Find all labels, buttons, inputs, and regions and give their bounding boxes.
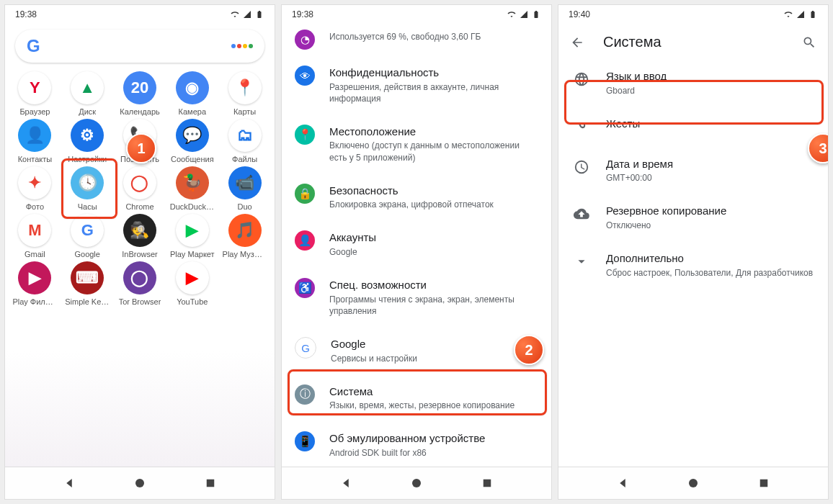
app-label: Позвонить bbox=[120, 155, 159, 163]
backup-icon bbox=[571, 204, 592, 224]
app-google[interactable]: GGoogle bbox=[62, 214, 113, 258]
system-row[interactable]: Дата и времяGMT+00:00 bbox=[558, 147, 828, 194]
settings-row[interactable]: 👁КонфиденциальностьРазрешения, действия … bbox=[282, 55, 551, 114]
app-контакты[interactable]: 👤Контакты bbox=[9, 119, 61, 163]
app-inbrowser[interactable]: 🕵InBrowser bbox=[115, 214, 166, 258]
android-navbar bbox=[5, 467, 275, 499]
app-сообщения[interactable]: 💬Сообщения bbox=[166, 119, 218, 163]
row-title: Аккаунты bbox=[329, 230, 537, 245]
app-icon: 🦆 bbox=[176, 166, 209, 199]
app-файлы[interactable]: 🗂Файлы bbox=[219, 119, 270, 163]
row-title: Спец. возможности bbox=[329, 278, 537, 292]
search-bar[interactable]: G bbox=[15, 30, 264, 63]
app-карты[interactable]: 📍Карты bbox=[219, 71, 270, 116]
app-play маркет[interactable]: ▶Play Маркет bbox=[166, 214, 218, 258]
row-title: Резервное копирование bbox=[606, 204, 814, 218]
android-navbar bbox=[558, 467, 828, 499]
settings-row[interactable]: 📱Об эмулированном устройствеAndroid SDK … bbox=[282, 421, 551, 469]
nav-back-icon[interactable] bbox=[339, 477, 352, 490]
nav-back-icon[interactable] bbox=[63, 477, 76, 490]
row-icon: G bbox=[295, 337, 316, 359]
app-play фильмы[interactable]: ▶Play Фильмы bbox=[9, 261, 61, 306]
app-фото[interactable]: ✦Фото bbox=[9, 166, 61, 211]
row-title: Конфиденциальность bbox=[329, 66, 537, 80]
wifi-icon bbox=[230, 10, 240, 19]
nav-home-icon[interactable] bbox=[687, 477, 700, 490]
system-row[interactable]: ДополнительноСброс настроек, Пользовател… bbox=[558, 241, 828, 289]
google-logo: G bbox=[27, 36, 40, 56]
app-duckduckgo[interactable]: 🦆DuckDuckGo bbox=[166, 166, 218, 211]
app-label: Камера bbox=[179, 107, 206, 116]
assistant-icon[interactable] bbox=[231, 44, 253, 48]
row-subtitle: Языки, время, жесты, резервное копирован… bbox=[329, 400, 537, 411]
app-позвонить[interactable]: 📞Позвонить bbox=[115, 119, 166, 163]
row-subtitle: Сброс настроек, Пользователи, Для разраб… bbox=[606, 267, 814, 279]
app-youtube[interactable]: ▶YouTube bbox=[166, 261, 218, 306]
app-label: Simple Keyboard bbox=[65, 297, 110, 306]
svg-rect-5 bbox=[760, 480, 768, 487]
row-subtitle: Сервисы и настройки bbox=[331, 353, 537, 364]
row-icon: ♿ bbox=[295, 278, 315, 298]
app-label: Фото bbox=[26, 202, 44, 211]
app-duo[interactable]: 📹Duo bbox=[219, 166, 270, 211]
row-subtitle: Блокировка экрана, цифровой отпечаток bbox=[329, 199, 537, 210]
nav-back-icon[interactable] bbox=[616, 477, 629, 490]
settings-row[interactable]: ⓘСистемаЯзыки, время, жесты, резервное к… bbox=[282, 374, 551, 422]
system-row[interactable]: Жесты bbox=[558, 107, 828, 147]
back-icon[interactable] bbox=[570, 35, 584, 50]
svg-point-4 bbox=[689, 479, 698, 487]
status-time: 19:40 bbox=[569, 9, 590, 19]
app-label: Gmail bbox=[24, 250, 45, 258]
app-simple keyboard[interactable]: ⌨Simple Keyboard bbox=[62, 261, 113, 306]
nav-home-icon[interactable] bbox=[410, 477, 423, 490]
signal-icon bbox=[796, 10, 806, 19]
settings-row[interactable]: ♿Спец. возможностиПрограммы чтения с экр… bbox=[282, 268, 551, 327]
settings-row[interactable]: 👤АккаунтыGoogle bbox=[282, 220, 551, 268]
system-row[interactable]: Резервное копированиеОтключено bbox=[558, 194, 828, 241]
row-title: Язык и ввод bbox=[606, 69, 814, 84]
app-icon: ◯ bbox=[123, 261, 156, 294]
app-label: Play Музыка bbox=[223, 250, 267, 258]
system-row[interactable]: Язык и вводGboard bbox=[558, 59, 828, 107]
app-label: Часы bbox=[78, 202, 97, 211]
row-title: Безопасность bbox=[329, 184, 537, 198]
app-play музыка[interactable]: 🎵Play Музыка bbox=[219, 214, 270, 258]
gesture-icon bbox=[571, 117, 592, 137]
app-icon: 🎵 bbox=[228, 214, 262, 247]
app-камера[interactable]: ◉Камера bbox=[166, 71, 218, 116]
app-gmail[interactable]: MGmail bbox=[9, 214, 61, 258]
app-label: Сообщения bbox=[171, 155, 214, 163]
app-icon: M bbox=[18, 214, 51, 247]
settings-row[interactable]: 🔒БезопасностьБлокировка экрана, цифровой… bbox=[282, 174, 551, 221]
nav-recent-icon[interactable] bbox=[757, 477, 770, 490]
app-календарь[interactable]: 20Календарь bbox=[115, 71, 166, 116]
settings-row[interactable]: 📍МестоположениеВключено (доступ к данным… bbox=[282, 114, 551, 174]
app-icon: ▲ bbox=[71, 71, 104, 104]
app-tor browser[interactable]: ◯Tor Browser bbox=[115, 261, 166, 306]
app-диск[interactable]: ▲Диск bbox=[62, 71, 113, 116]
settings-row[interactable]: GGoogleСервисы и настройки bbox=[282, 327, 551, 374]
app-label: Chrome bbox=[125, 202, 153, 211]
status-bar: 19:40 bbox=[558, 5, 828, 24]
app-icon: G bbox=[71, 214, 104, 247]
nav-recent-icon[interactable] bbox=[204, 477, 217, 490]
app-chrome[interactable]: ◯Chrome bbox=[115, 166, 166, 211]
app-icon: Y bbox=[18, 71, 51, 104]
app-label: Контакты bbox=[18, 155, 53, 163]
app-label: Tor Browser bbox=[119, 297, 161, 306]
app-настройки[interactable]: ⚙Настройки bbox=[62, 119, 113, 163]
signal-icon bbox=[242, 10, 252, 19]
app-icon: 👤 bbox=[18, 119, 51, 152]
row-title: Google bbox=[331, 337, 537, 351]
nav-home-icon[interactable] bbox=[133, 477, 146, 490]
search-icon[interactable] bbox=[802, 35, 816, 50]
app-часы[interactable]: 🕓Часы bbox=[62, 166, 113, 211]
app-браузер[interactable]: YБраузер bbox=[9, 71, 61, 116]
row-subtitle: Android SDK built for x86 bbox=[329, 447, 537, 459]
app-icon: ⌨ bbox=[71, 261, 104, 294]
row-title: Жесты bbox=[606, 117, 814, 131]
app-icon: 🕓 bbox=[71, 166, 104, 199]
app-label: Файлы bbox=[232, 155, 257, 163]
nav-recent-icon[interactable] bbox=[481, 477, 494, 490]
settings-row-storage[interactable]: ◔ Используется 69 %, свободно 3,60 ГБ bbox=[282, 24, 551, 55]
